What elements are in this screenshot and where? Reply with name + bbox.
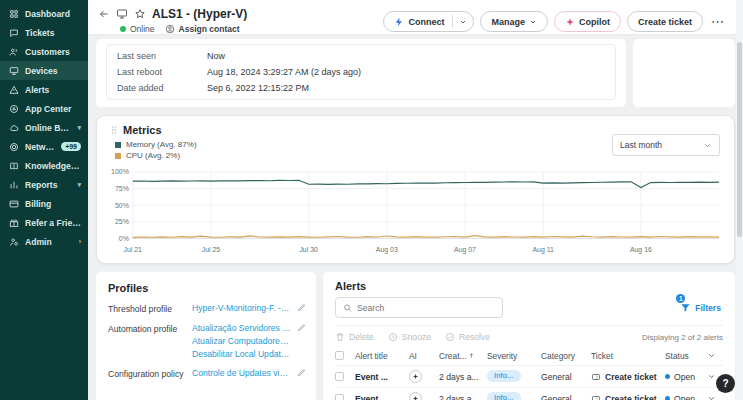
more-options-button[interactable]: ⋯ (709, 14, 727, 29)
sidebar-item-dashboard[interactable]: Dashboard (0, 4, 88, 23)
edit-pencil-icon[interactable] (297, 323, 306, 332)
person-circle-icon (165, 24, 175, 34)
copilot-sparkle-icon (565, 17, 575, 27)
ai-insight-button[interactable] (409, 370, 422, 383)
sidebar-item-devices[interactable]: Devices (0, 61, 88, 80)
chevron-down-icon: ▾ (77, 181, 81, 189)
configuration-policy-link[interactable]: Controle de Updates via Atera (192, 368, 292, 378)
chevron-down-icon[interactable] (459, 18, 467, 26)
page-scrollbar[interactable] (736, 0, 743, 400)
search-input[interactable] (357, 303, 495, 313)
network-discovery-icon (9, 142, 19, 152)
favorite-star-icon[interactable] (134, 8, 146, 20)
col-created-sort[interactable]: Creat... (439, 351, 487, 361)
sidebar-item-network-discovery[interactable]: Network Discovery +99 (0, 137, 88, 156)
expand-row-icon[interactable] (707, 372, 716, 381)
sidebar-item-label: Admin (25, 237, 73, 247)
sidebar-item-alerts[interactable]: Alerts (0, 80, 88, 99)
col-ai: AI (409, 351, 439, 361)
delete-label: Delete (349, 332, 374, 342)
device-header: ALS1 - (Hyper-V) Online Assign contact (88, 0, 743, 35)
chevron-down-icon[interactable] (707, 351, 716, 360)
edit-pencil-icon[interactable] (297, 368, 306, 377)
info-value: Sep 6, 2022 12:15:22 PM (207, 83, 309, 93)
alert-row[interactable]: Event ... 2 days a... Info... General Cr… (335, 388, 723, 400)
sidebar: Dashboard Tickets Customers Devices Aler… (0, 0, 88, 400)
sidebar-item-label: App Center (25, 104, 81, 114)
sidebar-item-label: Devices (25, 66, 81, 76)
sidebar-item-tickets[interactable]: Tickets (0, 23, 88, 42)
sidebar-item-label: Tickets (25, 28, 81, 38)
delete-button[interactable]: Delete (335, 332, 374, 342)
reports-icon (9, 180, 19, 190)
create-ticket-button[interactable]: Create ticket (627, 11, 703, 32)
sidebar-item-reports[interactable]: Reports ▾ (0, 175, 88, 194)
sidebar-item-online-backup[interactable]: Online Backup ▾ (0, 118, 88, 137)
configuration-policy-row: Configuration policy Controle de Updates… (108, 368, 306, 379)
automation-profile-link[interactable]: Desabilitar Local Updates (Beta) (192, 349, 292, 359)
copilot-label: Copilot (579, 17, 610, 27)
create-ticket-label: Create ticket (605, 394, 657, 400)
customers-icon (9, 47, 19, 57)
sidebar-item-admin[interactable]: Admin › (0, 232, 88, 251)
snooze-icon (388, 332, 398, 342)
side-panel (633, 39, 735, 107)
billing-icon (9, 199, 19, 209)
sidebar-item-customers[interactable]: Customers (0, 42, 88, 61)
time-range-value: Last month (620, 140, 662, 150)
time-range-select[interactable]: Last month (612, 134, 720, 156)
threshold-profile-link[interactable]: Hyper-V-Monitoring-F. -excluded (192, 303, 292, 313)
threshold-profile-row: Threshold profile Hyper-V-Monitoring-F. … (108, 303, 306, 314)
sidebar-item-billing[interactable]: Billing (0, 194, 88, 213)
ai-sparkle-icon (412, 373, 419, 380)
chevron-down-icon (529, 18, 537, 26)
expand-row-icon[interactable] (707, 394, 716, 400)
row-checkbox[interactable] (335, 394, 344, 400)
resolve-button[interactable]: Resolve (445, 332, 490, 342)
sidebar-item-app-center[interactable]: App Center (0, 99, 88, 118)
status-cell: Open (665, 372, 707, 382)
severity-badge: Info... (487, 370, 521, 382)
create-ticket-link[interactable]: Create ticket (591, 394, 665, 400)
svg-text:Aug 07: Aug 07 (454, 246, 476, 254)
snooze-button[interactable]: Snooze (388, 332, 431, 342)
alert-row[interactable]: Event ... 2 days a... Info... General Cr… (335, 366, 723, 388)
device-type-icon (116, 8, 128, 20)
automation-profile-link[interactable]: Atualizar Computadores/Servidores - ... (192, 336, 292, 346)
profile-label: Configuration policy (108, 368, 192, 379)
open-dot-icon (665, 396, 670, 400)
alert-title: Event ... (355, 394, 409, 400)
drag-handle-icon[interactable] (109, 125, 119, 135)
assign-contact-button[interactable]: Assign contact (165, 24, 240, 34)
online-status-label: Online (130, 24, 155, 34)
automation-profile-link[interactable]: Atualização Servidores Físicos - Sema... (192, 323, 292, 333)
ai-insight-button[interactable] (409, 392, 422, 400)
sidebar-item-label: Reports (25, 180, 71, 190)
info-row-last-seen: Last seen Now (107, 48, 615, 64)
metrics-chart[interactable]: 100%75%50%25%0%Jul 21Jul 25Jul 30Aug 03A… (107, 168, 726, 259)
scrollbar-thumb[interactable] (737, 42, 742, 237)
create-ticket-link[interactable]: Create ticket (591, 372, 665, 382)
back-icon[interactable] (98, 8, 110, 20)
online-status: Online (120, 24, 155, 34)
row-checkbox[interactable] (335, 372, 344, 381)
svg-text:Aug 11: Aug 11 (532, 246, 554, 254)
sidebar-item-label: Customers (25, 47, 81, 57)
select-all-checkbox[interactable] (335, 351, 344, 360)
alerts-search[interactable] (335, 297, 503, 318)
help-button[interactable]: ? (716, 374, 735, 393)
copilot-button[interactable]: Copilot (554, 11, 621, 32)
sidebar-item-label: Network Discovery (25, 142, 55, 152)
sidebar-item-knowledge-base[interactable]: Knowledge Base (0, 156, 88, 175)
manage-button[interactable]: Manage (480, 11, 548, 32)
info-row-date-added: Date added Sep 6, 2022 12:15:22 PM (107, 80, 615, 96)
status-label: Open (674, 372, 695, 382)
filter-funnel-icon (680, 302, 691, 313)
connect-button[interactable]: Connect (383, 11, 474, 32)
col-created-label: Creat... (439, 351, 466, 361)
search-icon (343, 303, 352, 313)
filters-button[interactable]: 1 Filters (680, 299, 723, 317)
sidebar-item-refer-a-friend[interactable]: Refer a Friend (0, 213, 88, 232)
edit-pencil-icon[interactable] (297, 303, 306, 312)
sidebar-item-label: Billing (25, 199, 81, 209)
